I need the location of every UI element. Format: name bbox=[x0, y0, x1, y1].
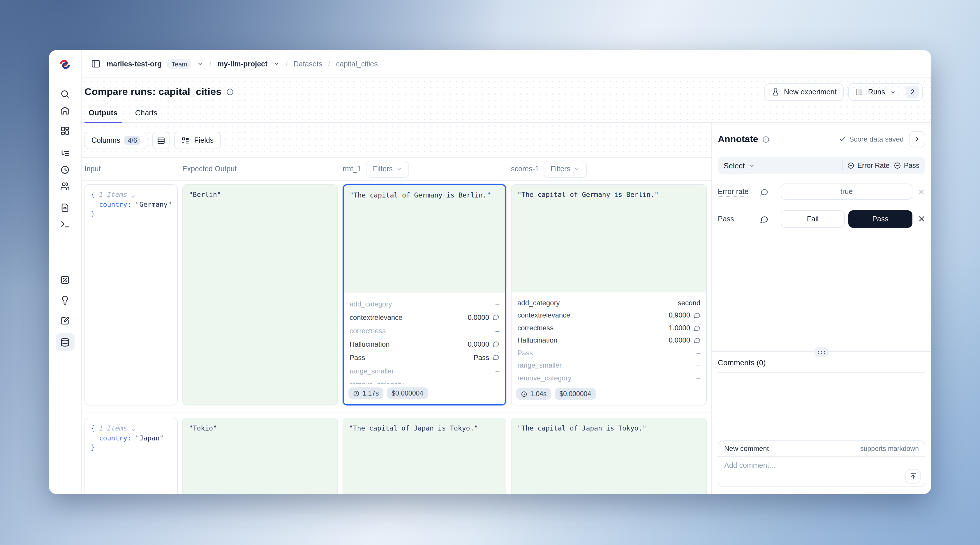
collapse-panel-button[interactable] bbox=[909, 131, 925, 148]
breadcrumb-project[interactable]: my-llm-project bbox=[217, 60, 267, 68]
comment-bubble-icon[interactable] bbox=[492, 314, 500, 321]
info-icon[interactable] bbox=[226, 88, 234, 96]
score-row: Hallucination0.0000 bbox=[350, 337, 500, 351]
list-icon bbox=[855, 88, 864, 96]
json-items-toggle[interactable]: 1 Items ⌄ bbox=[99, 424, 135, 432]
score-row: contextrelevance0.0000 bbox=[350, 310, 500, 324]
comment-bubble-dots-icon[interactable] bbox=[760, 215, 781, 223]
sidebar-toggle-icon[interactable] bbox=[91, 59, 101, 69]
tracing-icon[interactable] bbox=[57, 146, 73, 161]
annotation-queues-icon[interactable] bbox=[57, 313, 73, 328]
run1-cell-selected[interactable]: "The capital of Germany is Berlin." add_… bbox=[343, 184, 506, 405]
expected-output-cell[interactable]: "Tokio" bbox=[182, 418, 338, 494]
run2-cell[interactable]: "The capital of Germany is Berlin." add_… bbox=[511, 184, 707, 405]
divider bbox=[901, 87, 901, 97]
input-cell[interactable]: { 1 Items ⌄ country: "Germany" } bbox=[84, 184, 178, 405]
score-name: range_smaller bbox=[517, 361, 562, 370]
tab-charts[interactable]: Charts bbox=[131, 108, 162, 122]
score-name: contextrelevance bbox=[350, 313, 402, 321]
score-value: 0.0000 bbox=[468, 313, 489, 321]
comment-textarea[interactable] bbox=[718, 457, 925, 487]
column-header-run1[interactable]: rmt_1 bbox=[343, 165, 361, 173]
score-row: contextrelevance0.9000 bbox=[517, 309, 700, 322]
row-height-button[interactable] bbox=[152, 132, 170, 149]
fields-button[interactable]: Fields bbox=[175, 132, 221, 149]
breadcrumb-dataset[interactable]: capital_cities bbox=[336, 60, 378, 68]
json-items-toggle[interactable]: 1 Items ⌄ bbox=[99, 191, 135, 199]
runs-count-badge[interactable]: 2 bbox=[906, 86, 919, 99]
dashboard-icon[interactable] bbox=[57, 123, 73, 138]
json-value: "Germany" bbox=[135, 200, 172, 208]
json-key: country: bbox=[99, 200, 131, 208]
search-icon[interactable] bbox=[57, 86, 73, 102]
score-name: correctness bbox=[350, 327, 386, 335]
run1-filters-button[interactable]: Filters bbox=[366, 160, 409, 177]
comment-bubble-icon[interactable] bbox=[492, 340, 500, 348]
score-row: range_smaller– bbox=[350, 364, 500, 378]
error-rate-value-input[interactable] bbox=[781, 184, 912, 200]
app-window: marlies-test-org Team / my-llm-project /… bbox=[49, 50, 931, 494]
score-row: correctness1.0000 bbox=[517, 322, 700, 334]
fail-button[interactable]: Fail bbox=[781, 210, 845, 228]
info-icon[interactable] bbox=[762, 135, 770, 143]
clock-icon bbox=[353, 390, 360, 396]
run2-filters-button[interactable]: Filters bbox=[544, 160, 587, 177]
breadcrumb-org[interactable]: marlies-test-org bbox=[107, 60, 162, 68]
new-experiment-button[interactable]: New experiment bbox=[765, 83, 844, 101]
org-logo-icon[interactable] bbox=[59, 59, 71, 70]
json-value: "Japan" bbox=[135, 434, 164, 442]
column-header-input[interactable]: Input bbox=[84, 165, 178, 173]
drag-handle[interactable] bbox=[815, 347, 829, 357]
score-config-select[interactable]: Select Error Rate Pass bbox=[718, 157, 925, 174]
sidebar bbox=[49, 78, 81, 494]
tab-outputs[interactable]: Outputs bbox=[84, 108, 122, 122]
check-icon bbox=[839, 136, 846, 143]
column-header-run2[interactable]: scores-1 bbox=[511, 165, 539, 173]
top-bar: marlies-test-org Team / my-llm-project /… bbox=[81, 50, 931, 78]
chevron-down-icon bbox=[749, 162, 755, 168]
input-cell[interactable]: { 1 Items ⌄ country: "Japan" } bbox=[84, 418, 178, 494]
score-label-error-rate: Error rate bbox=[718, 187, 760, 196]
sessions-icon[interactable] bbox=[57, 162, 73, 177]
select-label: Select bbox=[724, 161, 745, 170]
column-header-expected[interactable]: Expected Output bbox=[182, 165, 338, 173]
run2-cell[interactable]: "The capital of Japan is Tokyo." bbox=[511, 418, 707, 494]
chevron-down-icon[interactable] bbox=[197, 60, 204, 67]
content-region: Compare runs: capital_cities New experim… bbox=[81, 78, 931, 494]
prompts-icon[interactable] bbox=[57, 200, 73, 215]
score-name: Hallucination bbox=[350, 340, 390, 348]
filters-label: Filters bbox=[550, 165, 570, 173]
home-icon[interactable] bbox=[57, 103, 73, 118]
expected-output-cell[interactable]: "Berlin" bbox=[182, 184, 338, 405]
breadcrumb-datasets[interactable]: Datasets bbox=[294, 60, 323, 68]
submit-comment-button[interactable] bbox=[905, 469, 921, 483]
table-row: { 1 Items ⌄ country: "Japan" } "Tokio" "… bbox=[81, 412, 711, 494]
chevron-down-icon[interactable] bbox=[273, 60, 280, 67]
datasets-icon[interactable] bbox=[56, 333, 74, 351]
json-close-brace: } bbox=[91, 443, 95, 452]
scores-icon[interactable] bbox=[57, 272, 73, 287]
comment-bubble-icon[interactable] bbox=[693, 337, 700, 344]
page-title: Compare runs: capital_cities bbox=[84, 86, 221, 98]
score-value: – bbox=[697, 361, 700, 370]
score-chip-pass[interactable]: Pass bbox=[894, 161, 920, 170]
comment-bubble-icon[interactable] bbox=[693, 312, 700, 319]
comment-bubble-icon[interactable] bbox=[492, 354, 500, 361]
runs-button[interactable]: Runs 2 bbox=[848, 83, 923, 101]
users-icon[interactable] bbox=[57, 178, 73, 194]
score-value: second bbox=[678, 299, 700, 307]
score-name: Hallucination bbox=[517, 337, 557, 345]
clear-score-icon[interactable] bbox=[912, 215, 925, 223]
breadcrumb-separator: / bbox=[210, 59, 212, 68]
score-row: add_categorysecond bbox=[517, 297, 700, 309]
score-chip-error-rate[interactable]: Error Rate bbox=[847, 161, 890, 170]
comment-bubble-icon[interactable] bbox=[693, 324, 700, 332]
comment-bubble-icon[interactable] bbox=[760, 187, 781, 196]
clear-score-icon[interactable] bbox=[912, 188, 925, 195]
run1-cell[interactable]: "The capital of Japan is Tokyo." bbox=[343, 418, 506, 494]
playground-icon[interactable] bbox=[57, 216, 73, 231]
pass-button[interactable]: Pass bbox=[848, 210, 912, 228]
insights-icon[interactable] bbox=[57, 292, 73, 308]
columns-button[interactable]: Columns 4/6 bbox=[84, 132, 148, 149]
columns-count-badge: 4/6 bbox=[124, 136, 141, 145]
